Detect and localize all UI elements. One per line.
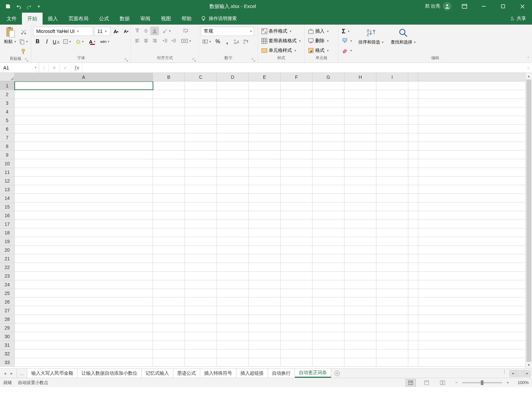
cell[interactable] <box>15 280 153 289</box>
cell[interactable] <box>408 211 418 219</box>
cell[interactable] <box>217 116 249 124</box>
cell[interactable] <box>217 289 249 297</box>
cell[interactable] <box>281 125 313 133</box>
cell[interactable] <box>281 254 313 263</box>
col-header-extra[interactable] <box>408 73 418 81</box>
cell[interactable] <box>15 263 153 271</box>
hscroll-left[interactable]: ◄ <box>509 370 516 377</box>
new-sheet-button[interactable] <box>331 369 343 378</box>
enter-formula-button[interactable]: ✓ <box>60 63 71 72</box>
fill-button[interactable]: ▼ <box>340 36 354 46</box>
sheet-tab[interactable]: 输入大写人民币金额 <box>27 369 77 378</box>
row-header-13[interactable]: 13 <box>0 185 15 194</box>
col-header-A[interactable]: A <box>15 73 153 81</box>
cell[interactable] <box>313 298 344 306</box>
cell[interactable] <box>249 99 281 107</box>
cell[interactable] <box>344 81 376 90</box>
cell[interactable] <box>344 272 376 280</box>
zoom-in-button[interactable]: + <box>505 380 511 385</box>
sheet-tab[interactable]: 记忆式输入 <box>142 369 173 378</box>
cell[interactable] <box>313 280 344 289</box>
format-cells-button[interactable]: 格式▼ <box>307 46 331 55</box>
comma-button[interactable]: , <box>223 37 231 46</box>
cell[interactable] <box>249 341 281 349</box>
cell[interactable] <box>249 263 281 271</box>
cell[interactable] <box>217 107 249 116</box>
cell[interactable] <box>185 220 217 228</box>
close-button[interactable] <box>513 0 532 13</box>
cell[interactable] <box>249 202 281 211</box>
cell[interactable] <box>344 237 376 245</box>
cell[interactable] <box>217 177 249 185</box>
hscroll-right[interactable]: ► <box>524 370 531 377</box>
cell[interactable] <box>185 177 217 185</box>
row-header-25[interactable]: 25 <box>0 289 15 297</box>
cell[interactable] <box>249 220 281 228</box>
cell[interactable] <box>249 358 281 366</box>
cell[interactable] <box>153 315 185 323</box>
formula-input[interactable] <box>82 63 525 72</box>
cell[interactable] <box>313 254 344 263</box>
align-middle-button[interactable] <box>142 27 150 35</box>
row-header-28[interactable]: 28 <box>0 315 15 323</box>
cell[interactable] <box>217 349 249 358</box>
sheet-tab[interactable]: 让输入数据自动添加小数位 <box>77 369 142 378</box>
minimize-button[interactable] <box>474 0 493 13</box>
cell[interactable] <box>376 298 408 306</box>
cell[interactable] <box>408 159 418 168</box>
cell-style-button[interactable]: 单元格样式▼ <box>260 46 298 55</box>
cell[interactable] <box>281 280 313 289</box>
cell[interactable] <box>344 298 376 306</box>
col-header-E[interactable]: E <box>249 73 281 81</box>
sheet-tab[interactable]: 自动换行 <box>268 369 295 378</box>
tab-help[interactable]: 帮助 <box>176 13 197 25</box>
sheet-tab[interactable]: 自动更正词条 <box>295 369 331 378</box>
cell[interactable] <box>217 151 249 159</box>
cell[interactable] <box>376 90 408 98</box>
cell[interactable] <box>344 332 376 340</box>
cell[interactable] <box>15 107 153 116</box>
cell[interactable] <box>313 133 344 142</box>
cell[interactable] <box>344 315 376 323</box>
cell[interactable] <box>153 246 185 254</box>
cell[interactable] <box>185 358 217 366</box>
cell[interactable] <box>217 341 249 349</box>
cell[interactable] <box>313 272 344 280</box>
cell[interactable] <box>344 358 376 366</box>
row-header-29[interactable]: 29 <box>0 324 15 332</box>
cell[interactable] <box>15 142 153 150</box>
cell[interactable] <box>15 254 153 263</box>
tab-home[interactable]: 开始 <box>22 13 43 25</box>
cell[interactable] <box>281 159 313 168</box>
cell[interactable] <box>15 168 153 176</box>
cell[interactable] <box>217 185 249 194</box>
cell[interactable] <box>217 298 249 306</box>
cell[interactable] <box>376 116 408 124</box>
cell[interactable] <box>153 306 185 315</box>
cell[interactable] <box>344 142 376 150</box>
fill-color-button[interactable]: ▼ <box>74 37 86 46</box>
cell[interactable] <box>408 298 418 306</box>
cell[interactable] <box>153 324 185 332</box>
cell[interactable] <box>344 306 376 315</box>
col-header-I[interactable]: I <box>376 73 408 81</box>
cell[interactable] <box>281 81 313 90</box>
cell[interactable] <box>344 125 376 133</box>
cell[interactable] <box>217 202 249 211</box>
copy-button[interactable]: ▼ <box>19 37 29 46</box>
cell[interactable] <box>15 90 153 98</box>
cell[interactable] <box>281 116 313 124</box>
cell[interactable] <box>217 99 249 107</box>
cell[interactable] <box>249 306 281 315</box>
cell[interactable] <box>185 81 217 90</box>
user-account[interactable]: 郑 欣亮 <box>425 2 452 11</box>
cell[interactable] <box>15 125 153 133</box>
row-header-22[interactable]: 22 <box>0 263 15 271</box>
cell[interactable] <box>217 306 249 315</box>
cell[interactable] <box>185 168 217 176</box>
cell[interactable] <box>376 280 408 289</box>
cell[interactable] <box>153 107 185 116</box>
cell[interactable] <box>344 116 376 124</box>
cell[interactable] <box>281 142 313 150</box>
cell[interactable] <box>217 263 249 271</box>
